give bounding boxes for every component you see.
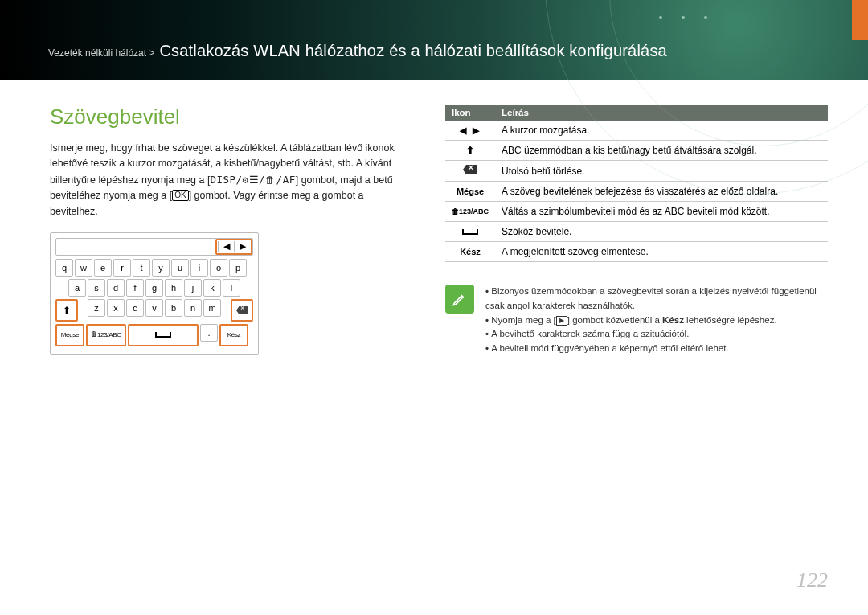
backspace-key[interactable] [233,301,251,319]
table-row: Szóköz bevitele. [445,222,828,242]
key-t[interactable]: t [133,259,150,277]
done-label: Kész [445,242,495,262]
header-band: Vezeték nélküli hálózat > Csatlakozás WL… [0,0,868,80]
key-w[interactable]: w [75,259,92,277]
key-d[interactable]: d [107,279,125,297]
note-item: Bizonyos üzemmódokban a szövegbevitel so… [485,285,828,314]
ok-button-icon: OK [172,190,188,201]
shift-icon: ⬆ [445,141,495,161]
intro-text: Ismerje meg, hogy írhat be szöveget a ké… [50,141,411,219]
th-icon: Ikon [445,105,495,121]
cancel-key[interactable]: Mégse [58,326,82,344]
play-button-icon: ▶ [556,316,567,326]
cursor-left-button[interactable]: ◀ [218,241,234,252]
space-key[interactable] [130,326,196,344]
key-v[interactable]: v [145,299,163,317]
backspace-icon [236,306,248,314]
key-i[interactable]: i [190,259,208,277]
key-x[interactable]: x [107,299,125,317]
onscreen-keyboard: ◀ ▶ q w e r t y u i o p a s d f g [50,232,259,355]
backspace-icon [463,165,477,174]
key-q[interactable]: q [55,259,73,277]
key-r[interactable]: r [113,259,131,277]
space-icon [155,332,171,338]
key-k[interactable]: k [203,279,221,297]
keyboard-row-3: ⬆ z x c v b n m [55,299,253,322]
key-c[interactable]: c [126,299,144,317]
space-cell [445,222,495,242]
table-row: 🗑123/ABC Váltás a szimbólumbeviteli mód … [445,202,828,222]
mode-desc: Váltás a szimbólumbeviteli mód és az ABC… [495,202,828,222]
key-h[interactable]: h [165,279,182,297]
space-desc: Szóköz bevitele. [495,222,828,242]
text-field[interactable] [56,239,215,255]
orange-tab [852,0,868,40]
key-b[interactable]: b [165,299,182,317]
note-item: A beviteli mód függvényében a képernyő e… [485,342,828,356]
breadcrumb: Vezeték nélküli hálózat > Csatlakozás WL… [48,42,667,60]
mode-key[interactable]: 🗑123/ABC [88,326,124,344]
mode-label: 🗑123/ABC [445,202,495,222]
key-s[interactable]: s [88,279,105,297]
note-box: Bizonyos üzemmódokban a szövegbevitel so… [445,285,828,356]
cursor-move-icon: ◀ ▶ [445,121,495,141]
cancel-label: Mégse [445,182,495,202]
table-row: Kész A megjelenített szöveg elmentése. [445,242,828,262]
key-m[interactable]: m [203,299,221,317]
page-number: 122 [796,568,828,592]
keyboard-row-2: a s d f g h j k l [55,279,253,297]
key-y[interactable]: y [152,259,170,277]
key-o[interactable]: o [210,259,227,277]
key-a[interactable]: a [68,279,86,297]
note-item: A bevihető karakterek száma függ a szitu… [485,327,828,342]
cursor-right-button[interactable]: ▶ [234,241,250,252]
keyboard-row-1: q w e r t y u i o p [55,259,253,277]
done-desc: A megjelenített szöveg elmentése. [495,242,828,262]
breadcrumb-pre: Vezeték nélküli hálózat > [48,47,154,59]
breadcrumb-main: Csatlakozás WLAN hálózathoz és a hálózat… [159,42,667,60]
key-l[interactable]: l [223,279,240,297]
decorative-dots [659,16,707,19]
keyboard-row-4: Mégse 🗑123/ABC . Kész [55,324,253,346]
disp-key-label: DISP/⚙☰/🗑/AF [210,174,295,186]
key-g[interactable]: g [145,279,163,297]
key-p[interactable]: p [229,259,247,277]
shift-key[interactable]: ⬆ [58,301,76,319]
pen-icon [445,285,474,314]
key-u[interactable]: u [171,259,189,277]
dot-key[interactable]: . [200,324,218,342]
space-icon [462,229,478,235]
key-j[interactable]: j [184,279,202,297]
backspace-cell [445,161,495,182]
section-title: Szövegbevitel [50,105,411,129]
done-key[interactable]: Kész [222,326,246,344]
note-item: Nyomja meg a [▶] gombot közvetlenül a Ké… [485,314,828,328]
key-z[interactable]: z [88,299,105,317]
key-n[interactable]: n [184,299,202,317]
key-e[interactable]: e [94,259,112,277]
keyboard-input-row: ◀ ▶ [55,238,253,256]
key-f[interactable]: f [126,279,144,297]
